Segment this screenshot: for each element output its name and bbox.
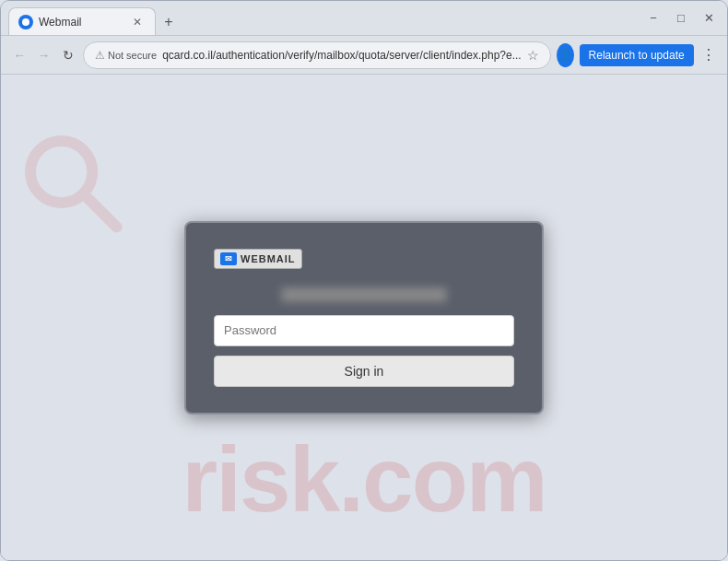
back-button[interactable]: ← (10, 42, 29, 68)
refresh-button[interactable]: ↻ (59, 42, 77, 68)
relaunch-button[interactable]: Relaunch to update (580, 44, 694, 66)
login-card: ✉ WEBMAIL Sign in (184, 221, 544, 415)
tab-bar: Webmail ✕ + (8, 1, 635, 35)
webmail-mail-icon: ✉ (220, 252, 237, 265)
webmail-badge: ✉ WEBMAIL (214, 249, 302, 269)
url-bar[interactable]: ⚠ Not secure qcard.co.il/authentication/… (83, 41, 551, 69)
tab-close-button[interactable]: ✕ (129, 14, 146, 30)
watermark-text: risk.com (182, 427, 546, 532)
forward-button[interactable]: → (34, 42, 53, 68)
not-secure-label: Not secure (108, 50, 157, 61)
svg-line-1 (84, 194, 117, 228)
svg-point-0 (30, 141, 92, 203)
page-content: risk.com ✉ WEBMAIL Sign in (1, 75, 727, 560)
tab-favicon (18, 15, 33, 29)
profile-icon-glyph: 👤 (558, 48, 572, 62)
bookmark-icon[interactable]: ☆ (527, 48, 539, 63)
close-button[interactable]: ✕ (698, 7, 720, 29)
profile-button[interactable]: 👤 (557, 43, 574, 67)
browser-window: Webmail ✕ + − □ ✕ ← → ↻ ⚠ Not secure qca… (0, 0, 728, 561)
title-bar: Webmail ✕ + − □ ✕ (1, 1, 727, 36)
webmail-badge-text: WEBMAIL (241, 253, 296, 264)
webmail-logo: ✉ WEBMAIL (214, 249, 514, 269)
browser-menu-button[interactable]: ⋮ (699, 42, 718, 68)
magnifier-watermark (19, 130, 130, 240)
maximize-button[interactable]: □ (670, 7, 692, 29)
signin-button[interactable]: Sign in (214, 356, 514, 387)
minimize-button[interactable]: − (642, 7, 664, 29)
window-controls: − □ ✕ (642, 7, 720, 29)
url-text: qcard.co.il/authentication/verify/mailbo… (162, 49, 522, 62)
new-tab-button[interactable]: + (156, 9, 182, 35)
active-tab[interactable]: Webmail ✕ (8, 7, 156, 35)
not-secure-indicator: ⚠ Not secure (95, 49, 157, 62)
tab-title: Webmail (39, 16, 123, 29)
warning-icon: ⚠ (95, 49, 105, 62)
address-bar: ← → ↻ ⚠ Not secure qcard.co.il/authentic… (1, 36, 727, 75)
email-display (281, 287, 447, 302)
password-input[interactable] (214, 315, 514, 346)
